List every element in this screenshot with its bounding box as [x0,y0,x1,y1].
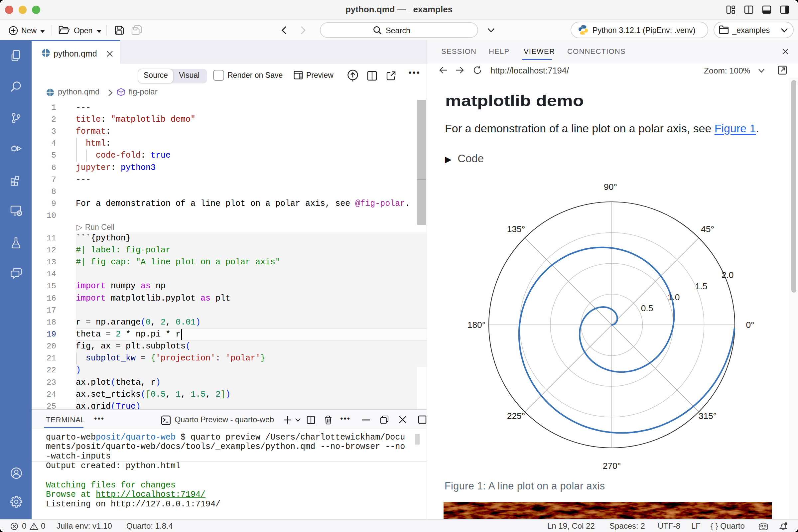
svg-text:0°: 0° [746,320,754,330]
svg-text:90°: 90° [604,182,617,192]
svg-text:315°: 315° [699,411,717,421]
svg-text:180°: 180° [468,320,486,330]
svg-text:0.5: 0.5 [641,303,653,313]
svg-text:1.5: 1.5 [695,281,707,291]
svg-text:45°: 45° [701,224,714,234]
svg-text:135°: 135° [507,224,525,234]
svg-text:1.0: 1.0 [668,292,680,302]
svg-text:2.0: 2.0 [722,270,734,280]
svg-text:270°: 270° [603,461,621,471]
svg-text:225°: 225° [507,411,525,421]
